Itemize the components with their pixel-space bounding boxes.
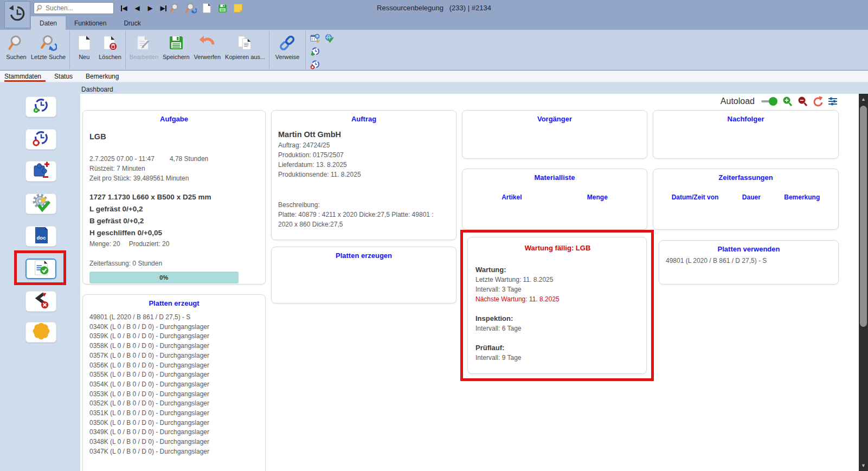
speichern-button[interactable]: Speichern [160,31,192,69]
checklist-check-icon [33,259,50,279]
puzzle-icon [32,161,50,182]
list-item: 0354K (L 0 / B 0 / D 0) - Durchgangslage… [89,380,259,390]
inspektion-intervall: Intervall: 6 Tage [475,324,640,333]
list-item: 0349K (L 0 / B 0 / D 0) - Durchgangslage… [89,428,259,437]
delete-document-icon [102,33,118,53]
card-auftrag[interactable]: Auftrag Martin Ott GmbH Auftrag: 24724/2… [271,110,456,240]
sidebar-button-report-check[interactable] [25,259,56,279]
globe-check-icon[interactable] [322,32,336,45]
list-item: 0356K (L 0 / B 0 / D 0) - Durchgangslage… [89,361,259,371]
auftrag-produktionsende: Produktionsende: 11. 8.2025 [278,170,449,179]
card-aufgabe[interactable]: Aufgabe LGB 2.7.2025 07.00 - 11:47 4,78 … [82,110,266,285]
gear-check-icon [32,193,50,214]
nav-prev-icon[interactable]: ◀ [132,3,142,14]
refresh-icon[interactable] [812,96,823,107]
sidebar-button-badge[interactable] [25,322,56,343]
aufgabe-time-range: 2.7.2025 07.00 - 11:47 [89,154,155,164]
card-platten-verwenden[interactable]: Platten verwenden 49801 (L 2020 / B 861 … [659,240,839,285]
card-platten-erzeugen[interactable]: Platten erzeugen [271,247,456,304]
sidebar-button-time-start[interactable] [25,96,56,117]
platten-erzeugen-title[interactable]: Platten erzeugen [278,251,449,260]
wartung-intervall: Intervall: 3 Tage [475,285,640,294]
card-zeiterfassungen[interactable]: Zeiterfassungen Datum/Zeit von Dauer Bem… [653,169,839,230]
materialliste-title[interactable]: Materialliste [469,173,640,182]
ribbon-group-edit: Bearbeiten Speichern Verwerfen Kopieren … [126,31,269,69]
verweise-button[interactable]: Verweise [271,31,304,69]
nav-last-icon[interactable]: ▶ [158,3,168,14]
zoom-in-icon[interactable] [782,96,793,107]
nachfolger-title[interactable]: Nachfolger [660,115,832,123]
sidebar-button-components[interactable] [25,161,56,182]
clock-start-icon[interactable] [308,45,322,58]
scroll-up-icon[interactable]: ▲ [859,95,868,104]
auftrag-lieferdatum: Lieferdatum: 13. 8.2025 [278,160,449,170]
new-document-icon[interactable] [201,2,213,14]
search-field[interactable] [46,4,111,12]
nav-next-icon[interactable]: ▶ [145,3,155,14]
card-vorgaenger[interactable]: Vorgänger [462,110,647,159]
platten-erzeugt-list: 49801 (L 2020 / B 861 / D 27,5) - S0340K… [89,313,259,457]
zoom-out-icon[interactable] [797,96,808,107]
clock-stop-icon [32,129,50,150]
search-input[interactable] [34,2,114,14]
list-item: 0353K (L 0 / B 0 / D 0) - Durchgangslage… [89,390,259,399]
zeiterfassungen-title[interactable]: Zeiterfassungen [660,173,832,182]
autoload-toggle[interactable] [761,97,777,106]
app-window: ◀ ◀ ▶ ▶ Ressourcenbelegung (233) | #2134 [0,0,868,471]
kopieren-aus-button[interactable]: Kopieren aus... [223,31,267,69]
app-menu-button[interactable] [4,1,30,28]
suchen-label: Suchen [6,54,26,61]
aufgabe-spec4: H geschliffen 0/+0,05 [89,227,259,239]
list-item: 0347K (L 0 / B 0 / D 0) - Durchgangslage… [89,447,259,457]
tab-funktionen[interactable]: Funktionen [66,16,115,30]
sidebar-button-remove-tool[interactable] [25,291,56,312]
auftrag-produktion: Produktion: 0175/2507 [278,150,449,160]
subtab-bemerkung[interactable]: Bemerkung [79,71,125,82]
materialliste-col-artikel[interactable]: Artikel [501,193,522,201]
neu-label: Neu [79,54,89,61]
scrollbar-thumb[interactable] [860,106,867,327]
list-item: 0355K (L 0 / B 0 / D 0) - Durchgangslage… [89,370,259,380]
clock-stop-icon[interactable] [308,58,322,71]
vertical-scrollbar[interactable]: ▲ ▼ [859,94,868,471]
verwerfen-button[interactable]: Verwerfen [192,31,223,69]
card-materialliste[interactable]: Materialliste Artikel Menge [462,169,647,230]
note-icon[interactable] [232,2,244,14]
auftrag-title[interactable]: Auftrag [278,115,449,123]
save-icon[interactable] [216,2,228,14]
card-wartung[interactable]: Wartung fällig: LGB Wartung: Letzte Wart… [467,237,647,374]
letzte-suche-button[interactable]: Letzte Suche [29,31,68,69]
loeschen-label: Löschen [99,54,121,61]
subtab-status[interactable]: Status [48,71,79,82]
calendar-clock-icon[interactable] [308,32,322,45]
card-nachfolger[interactable]: Nachfolger [653,110,839,159]
zeiterfassungen-col-dauer[interactable]: Dauer [742,193,761,201]
vorgaenger-title[interactable]: Vorgänger [469,115,640,123]
subtab-stammdaten[interactable]: Stammdaten [4,71,48,82]
loeschen-button[interactable]: Löschen [97,31,124,69]
aufgabe-title[interactable]: Aufgabe [89,115,259,123]
aufgabe-ruestzeit: Rüstzeit: 7 Minuten [89,164,259,173]
suchen-button[interactable]: Suchen [4,31,29,69]
materialliste-col-menge[interactable]: Menge [587,193,608,201]
badge-icon [31,321,51,343]
tab-daten[interactable]: Daten [31,16,66,30]
sidebar-button-document[interactable]: doc [25,226,56,247]
sidebar-button-process-check[interactable] [25,193,56,214]
last-search-icon[interactable] [185,2,197,14]
zeiterfassungen-col-von[interactable]: Datum/Zeit von [672,193,719,201]
aufgabe-produziert: Produziert: 20 [129,239,170,249]
platten-verwenden-title[interactable]: Platten verwenden [666,245,832,253]
scroll-down-icon[interactable]: ▼ [859,461,868,470]
edit-document-icon [136,33,151,53]
filter-sliders-icon[interactable] [827,96,838,107]
sidebar-button-time-stop[interactable] [25,129,56,150]
card-platten-erzeugt[interactable]: Platten erzeugt 49801 (L 2020 / B 861 / … [82,294,266,471]
tab-druck[interactable]: Druck [115,16,149,30]
platten-erzeugt-title[interactable]: Platten erzeugt [89,299,259,307]
platten-verwenden-list: 49801 (L 2020 / B 861 / D 27,5) - S [666,256,832,266]
nav-first-icon[interactable]: ◀ [119,3,129,14]
search-again-icon[interactable] [169,2,181,14]
neu-button[interactable]: Neu [72,31,97,69]
zeiterfassungen-col-bemerkung[interactable]: Bemerkung [784,193,820,201]
